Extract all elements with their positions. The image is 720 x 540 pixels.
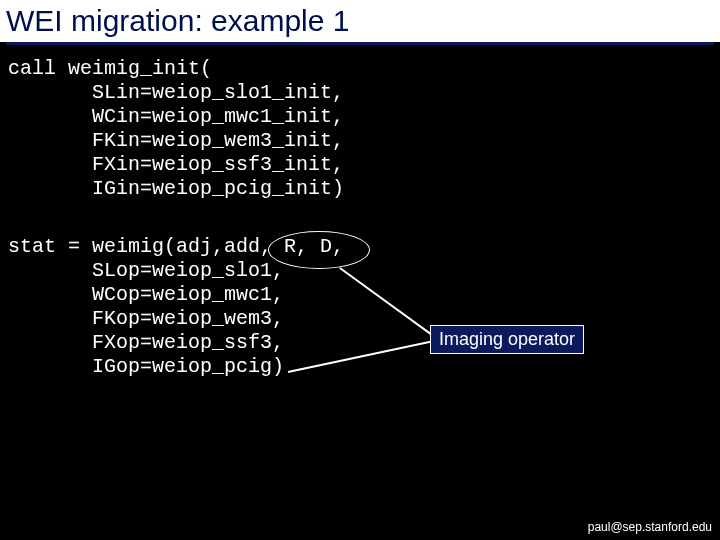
title-bar: WEI migration: example 1 bbox=[0, 0, 720, 42]
highlight-ellipse bbox=[268, 231, 370, 269]
code-block-init: call weimig_init( SLin=weiop_slo1_init, … bbox=[8, 57, 720, 201]
footer-email: paul@sep.stanford.edu bbox=[588, 520, 712, 534]
slide-title: WEI migration: example 1 bbox=[6, 4, 712, 38]
slide-body: call weimig_init( SLin=weiop_slo1_init, … bbox=[0, 45, 720, 379]
callout-box: Imaging operator bbox=[430, 325, 584, 354]
callout-label: Imaging operator bbox=[439, 329, 575, 349]
